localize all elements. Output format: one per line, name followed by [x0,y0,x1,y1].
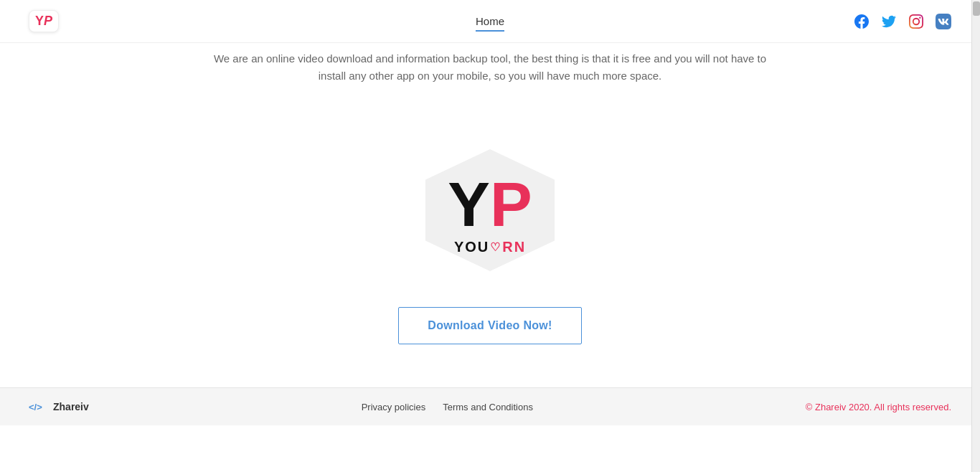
logo-p: P [44,14,52,29]
nav-home-link[interactable]: Home [476,15,504,32]
yp-wordmark: YOU ♡ RN [454,239,526,255]
nav-menu: Home [476,15,504,28]
twitter-icon[interactable] [881,14,897,29]
scrollbar-track[interactable] [971,0,980,472]
terms-conditions-link[interactable]: Terms and Conditions [443,402,533,412]
wordmark-heart: ♡ [490,240,501,254]
footer: </> Zhareiv Privacy policies Terms and C… [0,387,980,425]
download-video-button[interactable]: Download Video Now! [398,307,581,344]
facebook-icon[interactable] [854,14,870,29]
nav-social [854,14,951,29]
instagram-icon[interactable] [908,14,924,29]
hero-section: We are an online video download and info… [0,43,980,135]
big-y-letter: Y [448,173,490,236]
yp-logo-wrap: Y P YOU ♡ RN [418,149,562,278]
footer-links: Privacy policies Terms and Conditions [362,402,533,412]
nav-logo[interactable]: Y P [29,10,59,32]
scrollbar-thumb[interactable] [973,1,980,16]
svg-text:</>: </> [29,402,42,412]
big-p-letter: P [490,173,532,236]
code-brackets-icon: </> [29,402,49,412]
wordmark-you: YOU [454,239,489,255]
logo-y: Y [35,14,44,29]
vk-icon[interactable] [936,14,951,29]
navbar: Y P Home [0,0,980,43]
footer-brand: </> Zhareiv [29,401,89,412]
hero-subtitle: We are an online video download and info… [210,50,770,85]
brand-logo-container: Y P YOU ♡ RN [0,149,980,278]
privacy-policies-link[interactable]: Privacy policies [362,402,426,412]
footer-copyright: © Zhareiv 2020. All rights reserved. [806,402,951,412]
download-section: Download Video Now! [0,307,980,344]
copyright-text: © Zhareiv 2020. All rights reserved. [806,402,951,412]
yp-letters: Y P [448,173,532,236]
footer-brand-name: Zhareiv [53,401,89,412]
wordmark-rn: RN [502,239,526,255]
